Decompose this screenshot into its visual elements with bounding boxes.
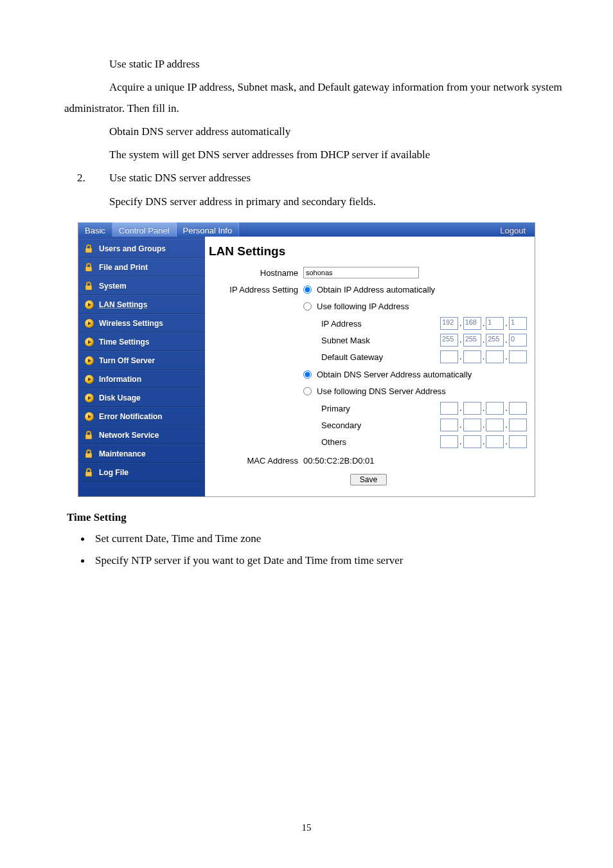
- sidebar-item-system[interactable]: System: [78, 276, 205, 295]
- content-pane: LAN Settings Hostname IP Address Setting…: [205, 237, 535, 496]
- dns-primary-octet-input[interactable]: [486, 402, 504, 415]
- tab-basic[interactable]: Basic: [78, 222, 112, 237]
- dns-primary-octet-input[interactable]: [509, 402, 527, 415]
- dns-primary-octet-input[interactable]: [463, 402, 481, 415]
- sidebar-item-time-settings[interactable]: Time Settings: [78, 332, 205, 351]
- sidebar-label: Network Service: [99, 431, 159, 440]
- arrow-icon: [85, 393, 94, 402]
- mac-label: MAC Address: [209, 456, 303, 466]
- subnet-octet-input[interactable]: 0: [509, 334, 527, 347]
- document-after-text: Time Setting Set current Date, Time and …: [45, 511, 568, 572]
- lock-icon: [82, 467, 95, 478]
- list-number: 2.: [45, 168, 105, 188]
- ip-octet-input[interactable]: 1: [509, 317, 527, 330]
- save-button[interactable]: Save: [350, 474, 387, 485]
- sidebar-item-lan-settings[interactable]: LAN Settings: [78, 295, 205, 314]
- gateway-octet-input[interactable]: [440, 350, 458, 363]
- sidebar-label: Turn Off Server: [99, 356, 155, 365]
- dns-auto-label: Obtain DNS Server Address automatically: [317, 370, 472, 379]
- dns-others-octet-input[interactable]: [509, 435, 527, 448]
- sidebar-item-maintenance[interactable]: Maintenance: [78, 444, 205, 463]
- gateway-octet-input[interactable]: [486, 350, 504, 363]
- dns-secondary-octet-input[interactable]: [509, 419, 527, 431]
- sidebar-label: Maintenance: [99, 449, 146, 458]
- text-line: Use static IP address: [45, 54, 568, 75]
- ip-setting-label: IP Address Setting: [209, 285, 303, 294]
- text-line: Specify DNS server address in primary an…: [45, 192, 568, 212]
- text-line: Obtain DNS server address automatically: [45, 122, 568, 142]
- lock-icon: [82, 448, 95, 460]
- dns-secondary-octet-input[interactable]: [463, 419, 481, 431]
- arrow-icon: [85, 412, 94, 421]
- text-line: The system will get DNS server addresses…: [45, 145, 568, 165]
- tab-control-panel[interactable]: Control Panel: [112, 222, 177, 237]
- dns-auto-radio[interactable]: [303, 370, 312, 379]
- sidebar-item-error-notification[interactable]: Error Notification: [78, 407, 205, 426]
- ip-octet-input[interactable]: 1: [486, 317, 504, 330]
- sidebar-item-network-service[interactable]: Network Service: [78, 426, 205, 444]
- section-heading: Time Setting: [67, 511, 568, 524]
- gateway-label: Default Gateway: [321, 352, 440, 362]
- sidebar-item-users-and-groups[interactable]: Users and Groups: [78, 239, 205, 258]
- sidebar-item-turn-off-server[interactable]: Turn Off Server: [78, 351, 205, 370]
- numbered-line: 2. Use static DNS server addresses: [45, 168, 568, 188]
- ip-static-radio[interactable]: [303, 302, 312, 311]
- ip-auto-radio[interactable]: [303, 285, 312, 294]
- sidebar-label: File and Print: [99, 263, 148, 272]
- page-title: LAN Settings: [209, 244, 528, 258]
- sidebar-label: Time Settings: [99, 338, 149, 347]
- text-span: Use static DNS server addresses: [105, 168, 568, 188]
- subnet-label: Subnet Mask: [321, 336, 440, 345]
- subnet-octet-input[interactable]: 255: [463, 334, 481, 347]
- mac-value: 00:50:C2:2B:D0:01: [303, 456, 528, 466]
- sidebar-label: Disk Usage: [99, 393, 141, 402]
- dns-others-label: Others: [321, 437, 440, 447]
- dns-primary-octet-input[interactable]: [440, 402, 458, 415]
- dns-secondary-label: Secondary: [321, 420, 440, 430]
- dns-others-octet-input[interactable]: [486, 435, 504, 448]
- bullet-item: Specify NTP server if you want to get Da…: [91, 550, 568, 572]
- sidebar-item-disk-usage[interactable]: Disk Usage: [78, 388, 205, 407]
- subnet-octet-input[interactable]: 255: [440, 334, 458, 347]
- ip-address-label: IP Address: [321, 319, 440, 329]
- arrow-icon: [85, 356, 94, 365]
- dns-secondary-octet-input[interactable]: [440, 419, 458, 431]
- gateway-octet-input[interactable]: [463, 350, 481, 363]
- sidebar-item-log-file[interactable]: Log File: [78, 463, 205, 482]
- ip-octet-input[interactable]: 192: [440, 317, 458, 330]
- dns-secondary-octet-input[interactable]: [486, 419, 504, 431]
- bullet-item: Set current Date, Time and Time zone: [91, 528, 568, 550]
- dns-others-octet-input[interactable]: [463, 435, 481, 448]
- hostname-input[interactable]: [303, 267, 419, 278]
- dns-others-octet-input[interactable]: [440, 435, 458, 448]
- dns-static-radio[interactable]: [303, 387, 312, 395]
- lock-icon: [82, 243, 95, 255]
- gateway-octet-input[interactable]: [509, 350, 527, 363]
- sidebar-item-wireless-settings[interactable]: Wireless Settings: [78, 314, 205, 332]
- sidebar: Users and Groups File and Print System: [78, 237, 205, 496]
- lock-icon: [82, 262, 95, 273]
- tab-spacer: [239, 222, 491, 237]
- subnet-octet-input[interactable]: 255: [486, 334, 504, 347]
- ip-static-label: Use following IP Address: [317, 302, 409, 311]
- arrow-icon: [85, 300, 94, 309]
- lock-icon: [82, 429, 95, 441]
- sidebar-item-file-and-print[interactable]: File and Print: [78, 258, 205, 276]
- lock-icon: [82, 280, 95, 292]
- page-number: 15: [0, 822, 613, 833]
- document-intro-text: Use static IP address Acquire a unique I…: [45, 54, 568, 212]
- ip-octet-input[interactable]: 168: [463, 317, 481, 330]
- sidebar-label: Information: [99, 375, 141, 384]
- tab-bar: Basic Control Panel Personal Info Logout: [78, 222, 535, 237]
- dns-static-label: Use following DNS Server Address: [317, 386, 446, 396]
- sidebar-item-information[interactable]: Information: [78, 370, 205, 388]
- sidebar-label: Wireless Settings: [99, 319, 163, 328]
- arrow-icon: [85, 375, 94, 384]
- admin-panel: Basic Control Panel Personal Info Logout…: [78, 222, 535, 497]
- logout-link[interactable]: Logout: [491, 222, 535, 237]
- tab-personal-info[interactable]: Personal Info: [177, 222, 240, 237]
- sidebar-label: LAN Settings: [99, 300, 147, 309]
- sidebar-label: System: [99, 282, 127, 291]
- arrow-icon: [85, 338, 94, 347]
- ip-auto-label: Obtain IP Address automatically: [317, 285, 435, 294]
